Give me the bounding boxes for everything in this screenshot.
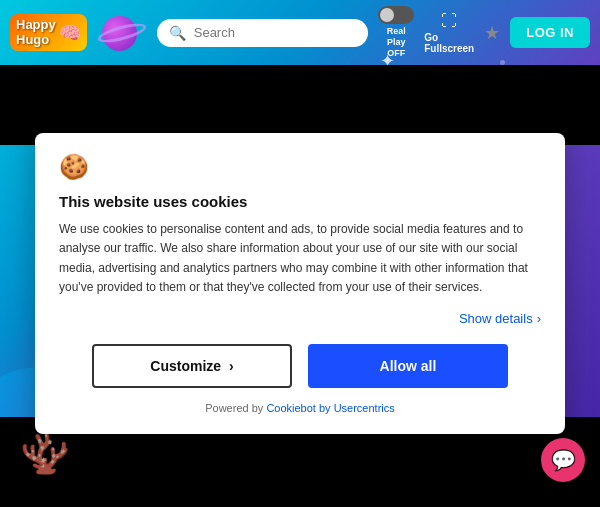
search-input[interactable] <box>194 25 356 40</box>
cookie-overlay: 🍪 This website uses cookies We use cooki… <box>0 60 600 507</box>
logo-brain-icon: 🧠 <box>59 22 81 44</box>
real-play-toggle[interactable] <box>378 6 414 24</box>
cookie-logo-icon: 🍪 <box>59 153 89 180</box>
favorite-icon[interactable]: ★ <box>484 22 500 44</box>
cookie-body-text: We use cookies to personalise content an… <box>59 220 541 297</box>
customize-chevron-icon: › <box>229 358 234 374</box>
customize-button[interactable]: Customize › <box>92 344 292 388</box>
header: Happy Hugo 🧠 🔍 Real Play OFF ⛶ GoFullscr… <box>0 0 600 65</box>
real-play-toggle-area: Real Play OFF <box>378 6 414 58</box>
toggle-label: Real Play OFF <box>387 26 406 58</box>
fullscreen-label: GoFullscreen <box>424 32 474 54</box>
cookie-powered-by: Powered by Cookiebot by Usercentrics <box>59 402 541 414</box>
chevron-right-icon: › <box>537 311 541 326</box>
chat-icon: 💬 <box>551 448 576 472</box>
fullscreen-button[interactable]: ⛶ GoFullscreen <box>424 12 474 54</box>
cookie-buttons: Customize › Allow all <box>59 344 541 388</box>
search-bar[interactable]: 🔍 <box>157 19 368 47</box>
cookie-brand-logo: 🍪 <box>59 153 541 181</box>
cookiebot-link[interactable]: Cookiebot by Usercentrics <box>266 402 394 414</box>
logo-text: Happy Hugo <box>16 18 56 47</box>
cookie-modal: 🍪 This website uses cookies We use cooki… <box>35 133 565 434</box>
planet-decoration <box>97 8 147 58</box>
chat-button[interactable]: 💬 <box>541 438 585 482</box>
search-icon: 🔍 <box>169 25 186 41</box>
show-details-area: Show details › <box>59 311 541 326</box>
fullscreen-icon: ⛶ <box>441 12 457 30</box>
show-details-link[interactable]: Show details <box>459 311 533 326</box>
toggle-knob <box>380 8 394 22</box>
allow-all-button[interactable]: Allow all <box>308 344 508 388</box>
cookie-title: This website uses cookies <box>59 193 541 210</box>
login-button[interactable]: LOG IN <box>510 17 590 48</box>
logo: Happy Hugo 🧠 <box>10 14 87 51</box>
